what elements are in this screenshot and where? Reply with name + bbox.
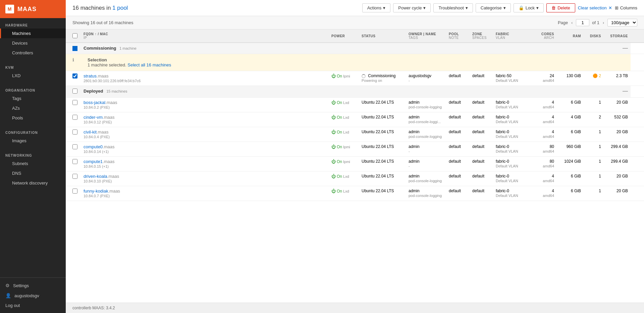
sidebar-item-machines[interactable]: Machines [0, 29, 66, 38]
fqdn-cell-funny-kodiak: funny-kodiak.maas 10.84.0.7 (PXE) [81, 186, 329, 201]
select-all-checkbox[interactable] [72, 33, 77, 38]
storage-stratus: 2.3 TB [616, 73, 628, 78]
sidebar-item-dns[interactable]: DNS [0, 168, 66, 178]
row-checkbox-civil-kit[interactable] [72, 129, 77, 135]
machine-name-link-stratus[interactable]: stratus.maas [84, 73, 108, 79]
pagination-next-icon[interactable]: › [602, 20, 605, 25]
app-logo[interactable]: M MAAS [0, 0, 66, 18]
power-status-driven-koala: ⏻ On Lxd [331, 174, 356, 179]
sidebar-item-settings[interactable]: ⚙ Settings [0, 280, 66, 291]
pagination-prev-icon[interactable]: ‹ [571, 20, 573, 25]
group-checkbox-deployed [66, 86, 81, 98]
disks-cell-funny-kodiak: 1 [584, 186, 604, 201]
columns-button[interactable]: ⊞ Columns [615, 5, 637, 10]
pool-link[interactable]: 1 pool [112, 5, 128, 11]
machine-hostname-funny-kodiak: funny-kodiak [84, 189, 108, 194]
actions-chevron-icon: ▾ [383, 5, 385, 10]
deployed-collapse-icon[interactable]: — [623, 89, 628, 94]
sidebar-label-dns: DNS [12, 171, 21, 176]
categorise-button[interactable]: Categorise ▾ [476, 3, 511, 12]
header-status[interactable]: STATUS [359, 30, 406, 43]
header-ram[interactable]: RAM [557, 30, 584, 43]
sidebar-kvm-header: KVM [0, 63, 66, 71]
sidebar-label-pools: Pools [12, 115, 23, 120]
row-checkbox-cinder-vm[interactable] [72, 115, 77, 120]
machine-name-link-cinder-vm[interactable]: cinder-vm.maas [84, 115, 114, 120]
sidebar-item-user[interactable]: 👤 augustodsgv [0, 291, 66, 301]
status-text-cinder-vm: Ubuntu 22.04 LTS [362, 115, 394, 119]
header-fqdn[interactable]: FQDN ↑ / MAC IP [81, 30, 329, 43]
pool-cell-boss-jackal: default [446, 98, 470, 112]
page-number-input[interactable] [576, 19, 589, 26]
sidebar-item-images[interactable]: Images [0, 136, 66, 146]
fqdn-cell-civil-kit: civil-kit.maas 10.84.0.4 (PXE) [81, 127, 329, 142]
header-pool[interactable]: POOLNOTE [446, 30, 470, 43]
sidebar-item-controllers[interactable]: Controllers [0, 48, 66, 58]
sidebar-item-azs[interactable]: AZs [0, 103, 66, 113]
arch-funny-kodiak: amd64 [543, 194, 554, 198]
sidebar-item-network-discovery[interactable]: Network discovery [0, 178, 66, 188]
sidebar-item-pools[interactable]: Pools [0, 113, 66, 123]
machines-table-container: FQDN ↑ / MAC IP POWER STATUS OWNER | NAM… [66, 30, 644, 303]
row-checkbox-funny-kodiak[interactable] [72, 189, 77, 194]
select-all-link[interactable]: Select all 16 machines [127, 62, 171, 67]
commissioning-collapse-icon[interactable]: — [623, 46, 628, 51]
group-checkbox-deployed-input[interactable] [72, 89, 77, 94]
sidebar-item-logout[interactable]: Log out [0, 301, 66, 310]
table-row: boss-jackal.maas 10.84.0.2 (PXE) ⏻ On Lx… [66, 98, 644, 112]
machine-name-link-boss-jackal[interactable]: boss-jackal.maas [84, 100, 117, 105]
toolbar-title: 16 machines in 1 pool [72, 5, 360, 11]
table-row: cinder-vm.maas 10.84.0.12 (PXE) ⏻ On Lxd… [66, 112, 644, 127]
header-owner[interactable]: OWNER | NAMETAGS [406, 30, 446, 43]
sidebar-label-images: Images [12, 138, 26, 143]
sidebar-item-devices[interactable]: Devices [0, 38, 66, 48]
fabric-cell-boss-jackal: fabric-0Default VLAN [493, 98, 530, 112]
row-checkbox-boss-jackal[interactable] [72, 100, 77, 105]
clear-selection-button[interactable]: Clear selection ✕ [578, 5, 612, 10]
lock-button[interactable]: 🔒 Lock ▾ [514, 3, 544, 12]
actions-button[interactable]: Actions ▾ [362, 3, 391, 12]
power-type-stratus: Ipmi [343, 74, 350, 78]
status-cell-cinder-vm: Ubuntu 22.04 LTS [359, 112, 406, 127]
row-actions-cell-compute1 [631, 157, 644, 171]
sidebar-item-tags[interactable]: Tags [0, 94, 66, 103]
ram-cell-civil-kit: 6 GiB [557, 127, 584, 142]
toolbar: 16 machines in 1 pool Actions ▾ Power cy… [66, 0, 644, 16]
header-fabric[interactable]: FABRICVLAN [493, 30, 530, 43]
sidebar-item-lxd[interactable]: LXD [0, 71, 66, 81]
machine-name-link-compute1[interactable]: compute1.maas [84, 159, 115, 164]
ram-cell-stratus: 130 GiB [557, 71, 584, 86]
selection-info-row: ℹ Selection 1 machine selected. Select a… [66, 54, 644, 71]
machine-name-link-funny-kodiak[interactable]: funny-kodiak.maas [84, 189, 120, 194]
sidebar-configuration-header: CONFIGURATION [0, 128, 66, 136]
troubleshoot-button[interactable]: Troubleshoot ▾ [433, 3, 473, 12]
pool-cell-civil-kit: default [446, 127, 470, 142]
machine-name-link-civil-kit[interactable]: civil-kit.maas [84, 129, 108, 135]
status-cell-stratus: Commissioning Powering on [359, 71, 406, 86]
arch-stratus: amd64 [543, 79, 554, 83]
status-cell-funny-kodiak: Ubuntu 22.04 LTS [359, 186, 406, 201]
machine-name-link-driven-koala[interactable]: driven-koala.maas [84, 174, 119, 179]
header-disks[interactable]: DISKS [584, 30, 604, 43]
row-checkbox-compute1[interactable] [72, 159, 77, 164]
power-status-cinder-vm: ⏻ On Lxd [331, 115, 356, 120]
power-cycle-button[interactable]: Power cycle ▾ [393, 3, 431, 12]
vlan-compute0: Default VLAN [496, 149, 518, 153]
row-checkbox-compute0[interactable] [72, 144, 77, 149]
header-cores[interactable]: CORESARCH [530, 30, 557, 43]
row-checkbox-cell-civil-kit [66, 127, 81, 142]
row-checkbox-driven-koala[interactable] [72, 174, 77, 179]
status-spinner-stratus [362, 74, 366, 78]
group-label-deployed: Deployed 15 machines — [81, 86, 631, 98]
per-page-select[interactable]: 100/page 50/page 25/page [607, 19, 637, 27]
header-power[interactable]: POWER [329, 30, 359, 43]
machine-name-link-compute0[interactable]: compute0.maas [84, 144, 115, 149]
app-name: MAAS [17, 6, 37, 13]
row-checkbox-stratus[interactable] [72, 73, 77, 79]
header-storage[interactable]: STORAGE [604, 30, 631, 43]
sidebar-item-subnets[interactable]: Subnets [0, 159, 66, 168]
machine-domain-cinder-vm: .maas [103, 115, 114, 120]
selected-count-text: 1 machine selected. [88, 62, 126, 67]
header-zone[interactable]: ZONESPACES [470, 30, 493, 43]
delete-button[interactable]: 🗑 Delete [546, 3, 575, 12]
